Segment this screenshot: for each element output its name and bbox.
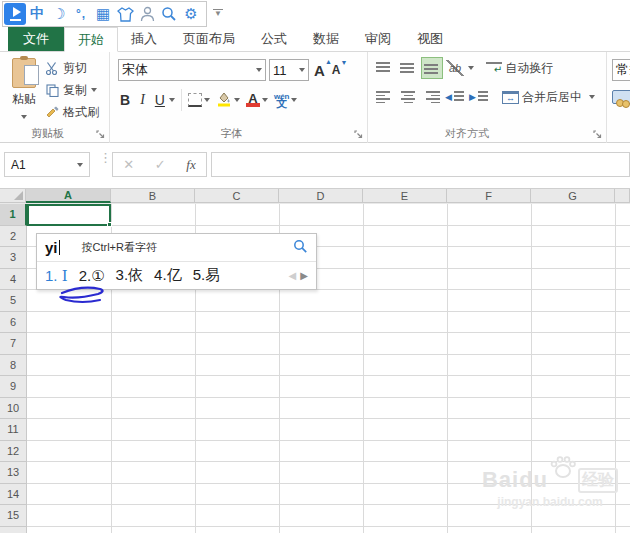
cell[interactable] <box>196 462 280 484</box>
chinese-mode-icon[interactable]: 中 <box>26 3 48 25</box>
cell[interactable] <box>112 462 196 484</box>
cell[interactable] <box>196 419 280 441</box>
cell[interactable] <box>112 527 196 533</box>
cell[interactable] <box>364 484 448 506</box>
borders-button[interactable] <box>188 93 210 107</box>
copy-dropdown-arrow-icon[interactable] <box>91 88 97 92</box>
cell[interactable] <box>196 527 280 533</box>
merge-dropdown-arrow-icon[interactable] <box>589 95 595 99</box>
cell[interactable] <box>112 419 196 441</box>
cell[interactable] <box>280 290 364 312</box>
cell[interactable] <box>280 376 364 398</box>
cell[interactable] <box>532 247 616 269</box>
row-header-4[interactable]: 4 <box>0 269 27 291</box>
row-header-14[interactable]: 14 <box>0 484 27 506</box>
decrease-indent-button[interactable]: ◀ <box>446 87 466 107</box>
cell[interactable] <box>616 505 630 527</box>
cell[interactable] <box>364 247 448 269</box>
cell[interactable] <box>616 269 630 291</box>
cell[interactable] <box>616 204 630 226</box>
align-bottom-button[interactable] <box>422 58 442 78</box>
row-header-3[interactable]: 3 <box>0 247 27 269</box>
cell[interactable] <box>112 333 196 355</box>
fill-handle[interactable] <box>107 222 112 227</box>
cell[interactable] <box>27 505 112 527</box>
settings-gear-icon[interactable]: ⚙ <box>180 3 202 25</box>
italic-button[interactable]: I <box>138 92 147 108</box>
cell[interactable] <box>532 269 616 291</box>
cell[interactable] <box>27 312 112 334</box>
cell[interactable] <box>532 204 616 226</box>
confirm-entry-button[interactable]: ✓ <box>155 157 166 172</box>
cell[interactable] <box>280 355 364 377</box>
cell[interactable] <box>532 398 616 420</box>
cell[interactable] <box>448 355 532 377</box>
cell[interactable] <box>364 398 448 420</box>
baidu-ime-logo-icon[interactable] <box>4 3 26 25</box>
phonetic-dropdown-arrow-icon[interactable] <box>291 98 297 102</box>
cell[interactable] <box>280 505 364 527</box>
cell[interactable] <box>616 462 630 484</box>
punctuation-mode-icon[interactable]: °, <box>70 3 92 25</box>
cell[interactable] <box>364 419 448 441</box>
cell[interactable] <box>196 204 280 226</box>
column-header-G[interactable]: G <box>531 189 615 203</box>
cell[interactable] <box>27 398 112 420</box>
copy-button[interactable]: 复制 <box>46 79 99 101</box>
cell[interactable] <box>364 226 448 248</box>
skin-shirt-icon[interactable] <box>114 3 136 25</box>
cell[interactable] <box>532 333 616 355</box>
cell[interactable] <box>616 290 630 312</box>
tab-formulas[interactable]: 公式 <box>248 27 300 51</box>
row-header-12[interactable]: 12 <box>0 441 27 463</box>
bold-button[interactable]: B <box>118 92 132 108</box>
column-header-C[interactable]: C <box>195 189 279 203</box>
cell[interactable] <box>616 441 630 463</box>
cell[interactable] <box>448 484 532 506</box>
cell[interactable] <box>196 290 280 312</box>
cell[interactable] <box>364 333 448 355</box>
cell[interactable] <box>448 527 532 533</box>
currency-format-icon[interactable] <box>612 90 630 104</box>
column-header-E[interactable]: E <box>363 189 447 203</box>
font-dialog-launcher[interactable] <box>354 130 363 139</box>
cell[interactable] <box>196 484 280 506</box>
cell[interactable] <box>532 462 616 484</box>
tab-review[interactable]: 审阅 <box>352 27 404 51</box>
cell[interactable] <box>280 462 364 484</box>
align-middle-button[interactable] <box>398 58 418 78</box>
search-icon[interactable] <box>158 3 180 25</box>
tab-home[interactable]: 开始 <box>64 27 118 52</box>
cell[interactable] <box>616 527 630 533</box>
font-color-button[interactable]: A <box>246 93 268 107</box>
cell[interactable] <box>364 269 448 291</box>
row-header-15[interactable]: 15 <box>0 505 27 527</box>
cell[interactable] <box>448 312 532 334</box>
fill-color-dropdown-arrow-icon[interactable] <box>234 98 240 102</box>
underline-button[interactable]: U <box>153 92 175 108</box>
cell[interactable] <box>112 312 196 334</box>
cell[interactable] <box>27 441 112 463</box>
tab-data[interactable]: 数据 <box>300 27 352 51</box>
cell[interactable] <box>532 505 616 527</box>
cell[interactable] <box>364 312 448 334</box>
cell[interactable] <box>448 204 532 226</box>
number-format-combo[interactable]: 常规 <box>612 59 630 81</box>
row-header-11[interactable]: 11 <box>0 419 27 441</box>
cell[interactable] <box>27 333 112 355</box>
cell[interactable] <box>448 419 532 441</box>
ime-candidate-3[interactable]: 3.依 <box>116 266 144 285</box>
cell[interactable] <box>27 527 112 533</box>
cell[interactable] <box>112 290 196 312</box>
row-header-16[interactable]: 16 <box>0 527 27 533</box>
merge-center-button[interactable]: ↔ 合并后居中 <box>502 89 595 106</box>
phonetic-guide-button[interactable]: wén 文 <box>274 93 298 108</box>
cell[interactable] <box>616 419 630 441</box>
name-box[interactable]: A1 <box>4 152 90 177</box>
ime-pinyin-input[interactable]: yi <box>45 239 58 256</box>
cell[interactable] <box>112 355 196 377</box>
cell[interactable] <box>364 462 448 484</box>
column-header-partial[interactable] <box>615 189 630 203</box>
shrink-font-button[interactable]: A▼ <box>330 63 343 77</box>
cell[interactable] <box>27 419 112 441</box>
